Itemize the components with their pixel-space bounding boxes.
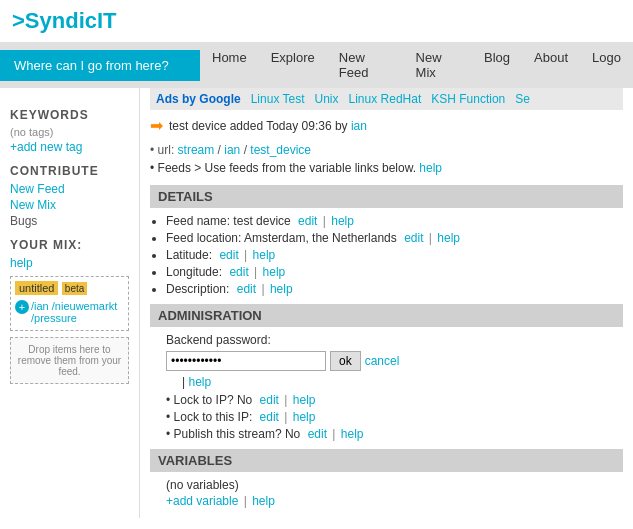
breadcrumb: • url: stream / ian / test_device [150, 143, 623, 157]
backend-label: Backend password: [166, 333, 271, 347]
header: >SyndicIT [0, 0, 633, 42]
breadcrumb-stream-link[interactable]: stream [178, 143, 215, 157]
admin-help-link[interactable]: help [188, 375, 211, 389]
ad-link-5[interactable]: Se [515, 92, 530, 106]
add-variable-row: +add variable | help [166, 494, 623, 508]
nav-new-feed[interactable]: New Feed [327, 42, 404, 88]
admin-section-header: ADMINISRATION [150, 304, 623, 327]
lock-this-ip-help[interactable]: help [293, 410, 316, 424]
sidebar-new-feed-link[interactable]: New Feed [10, 182, 129, 196]
latitude-help[interactable]: help [253, 248, 276, 262]
sidebar-new-mix-link[interactable]: New Mix [10, 198, 129, 212]
keywords-title: KEYWORDS [10, 108, 129, 122]
lock-this-ip-row: • Lock to this IP: edit | help [166, 410, 623, 424]
ad-bar: Ads by Google Linux Test Unix Linux RedH… [150, 88, 623, 110]
no-variables-text: (no variables) [166, 478, 623, 492]
variables-section-header: VARIABLES [150, 449, 623, 472]
detail-feed-location: Feed location: Amsterdam, the Netherland… [166, 231, 623, 245]
main-content: Ads by Google Linux Test Unix Linux RedH… [140, 88, 633, 518]
orange-arrow-icon: ➡ [150, 116, 163, 135]
variables-help-link[interactable]: help [252, 494, 275, 508]
lock-this-ip-edit[interactable]: edit [260, 410, 279, 424]
nav-bar: Where can I go from here? Home Explore N… [0, 42, 633, 88]
detail-feed-name: Feed name: test device edit | help [166, 214, 623, 228]
password-field[interactable] [166, 351, 326, 371]
nav-home[interactable]: Home [200, 42, 259, 88]
mix-add-icon[interactable]: + [15, 300, 29, 314]
device-text: test device added Today 09:36 by [169, 119, 348, 133]
detail-description: Description: edit | help [166, 282, 623, 296]
detail-longitude: Longitude: edit | help [166, 265, 623, 279]
feeds-note: • Feeds > Use feeds from the variable li… [150, 161, 623, 175]
nav-search-box: Where can I go from here? [0, 50, 200, 81]
nav-about[interactable]: About [522, 42, 580, 88]
details-list: Feed name: test device edit | help Feed … [166, 214, 623, 296]
details-section-header: DETAILS [150, 185, 623, 208]
ad-link-1[interactable]: Linux Test [251, 92, 305, 106]
your-mix-box: untitled beta + /ian /nieuwemarkt /press… [10, 276, 129, 331]
nav-links: Home Explore New Feed New Mix Blog About… [200, 42, 633, 88]
ads-label: Ads by Google [156, 92, 241, 106]
mix-link-1[interactable]: /ian /nieuwemarkt [31, 300, 117, 312]
mix-title: untitled [15, 281, 58, 295]
feeds-help-link[interactable]: help [419, 161, 442, 175]
detail-latitude: Latitude: edit | help [166, 248, 623, 262]
nav-logo[interactable]: Logo [580, 42, 633, 88]
feed-location-help[interactable]: help [437, 231, 460, 245]
feed-name-help[interactable]: help [331, 214, 354, 228]
backend-password-row: Backend password: [150, 333, 623, 347]
your-mix-title: YOUR MIX: [10, 238, 129, 252]
publish-edit[interactable]: edit [308, 427, 327, 441]
breadcrumb-ian-link[interactable]: ian [224, 143, 240, 157]
feed-location-edit[interactable]: edit [404, 231, 423, 245]
admin-help-row: | help [182, 375, 623, 389]
lock-ip-row: • Lock to IP? No edit | help [166, 393, 623, 407]
variables-content: (no variables) +add variable | help [166, 478, 623, 508]
ad-link-2[interactable]: Unix [315, 92, 339, 106]
device-user-link[interactable]: ian [351, 119, 367, 133]
nav-blog[interactable]: Blog [472, 42, 522, 88]
description-edit[interactable]: edit [237, 282, 256, 296]
mix-badge: beta [62, 282, 87, 295]
sidebar-help-link[interactable]: help [10, 256, 129, 270]
device-added-row: ➡ test device added Today 09:36 by ian [150, 116, 623, 135]
feed-name-edit[interactable]: edit [298, 214, 317, 228]
add-tag-link[interactable]: +add new tag [10, 140, 129, 154]
latitude-edit[interactable]: edit [219, 248, 238, 262]
description-help[interactable]: help [270, 282, 293, 296]
ad-link-4[interactable]: KSH Function [431, 92, 505, 106]
lock-ip-help[interactable]: help [293, 393, 316, 407]
mix-link-2[interactable]: /pressure [31, 312, 117, 324]
publish-help[interactable]: help [341, 427, 364, 441]
nav-explore[interactable]: Explore [259, 42, 327, 88]
url-label: url: [158, 143, 175, 157]
password-input-row: ok cancel [166, 351, 623, 371]
longitude-help[interactable]: help [263, 265, 286, 279]
ad-link-3[interactable]: Linux RedHat [349, 92, 422, 106]
logo[interactable]: >SyndicIT [12, 8, 117, 33]
no-tags: (no tags) [10, 126, 129, 138]
longitude-edit[interactable]: edit [229, 265, 248, 279]
lock-ip-edit[interactable]: edit [260, 393, 279, 407]
drop-zone: Drop items here to remove them from your… [10, 337, 129, 384]
sidebar: KEYWORDS (no tags) +add new tag CONTRIBU… [0, 88, 140, 518]
bugs-label: Bugs [10, 214, 129, 228]
cancel-link[interactable]: cancel [365, 354, 400, 368]
ok-button[interactable]: ok [330, 351, 361, 371]
nav-new-mix[interactable]: New Mix [404, 42, 472, 88]
contribute-title: CONTRIBUTE [10, 164, 129, 178]
breadcrumb-device-link[interactable]: test_device [250, 143, 311, 157]
layout: KEYWORDS (no tags) +add new tag CONTRIBU… [0, 88, 633, 518]
publish-stream-row: • Publish this stream? No edit | help [166, 427, 623, 441]
add-variable-link[interactable]: +add variable [166, 494, 238, 508]
